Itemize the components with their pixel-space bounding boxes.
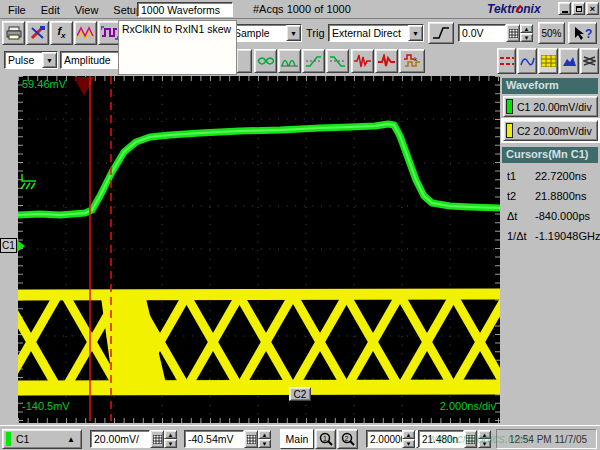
waveform-panel-header: Waveform bbox=[502, 78, 598, 94]
chevron-down-icon[interactable]: ▼ bbox=[42, 52, 57, 68]
meas-category-value: Pulse bbox=[8, 54, 34, 66]
trig-level-field[interactable]: 0.0V bbox=[458, 24, 506, 42]
trig-label: Trig bbox=[306, 27, 325, 39]
keypad-icon bbox=[466, 435, 475, 444]
menu-view[interactable]: View bbox=[75, 2, 99, 18]
spin-down-icon[interactable]: ▼ bbox=[164, 439, 177, 448]
c1-marker-badge[interactable]: C1 bbox=[0, 238, 17, 253]
printer-icon bbox=[6, 26, 22, 40]
keypad-icon bbox=[247, 435, 256, 444]
eye-width-button[interactable] bbox=[254, 49, 277, 73]
rise-time-button[interactable] bbox=[302, 49, 325, 73]
chevron-down-icon[interactable]: ▼ bbox=[286, 25, 301, 41]
oscilloscope-window: File Edit View Setup Utilities Help 1000… bbox=[0, 0, 600, 450]
waveform-display-button[interactable] bbox=[74, 21, 97, 45]
keypad-button[interactable] bbox=[464, 430, 477, 448]
mask-test-button[interactable] bbox=[580, 48, 599, 74]
trig-position-button[interactable]: 50% bbox=[538, 22, 565, 44]
trigger-marker-icon[interactable] bbox=[74, 77, 95, 96]
minimize-button[interactable] bbox=[558, 2, 571, 15]
help-pointer-icon: ? bbox=[573, 26, 593, 41]
rising-edge-icon bbox=[432, 26, 450, 40]
channel-c1-button[interactable]: C1 20.00mV/div bbox=[503, 96, 598, 117]
histogram-icon bbox=[562, 55, 577, 67]
trig-slope-button[interactable] bbox=[428, 22, 454, 44]
spin-down-icon[interactable]: ▼ bbox=[258, 439, 271, 448]
spin-up-icon[interactable]: ▲ bbox=[402, 430, 415, 439]
spin-up-icon[interactable]: ▲ bbox=[258, 430, 271, 439]
histogram-button[interactable] bbox=[559, 48, 579, 74]
keypad-button[interactable] bbox=[150, 430, 164, 448]
spin-up-icon[interactable]: ▲ bbox=[478, 430, 491, 439]
vertical-position-spinner[interactable]: ▲ ▼ bbox=[258, 430, 271, 448]
channel-c2-button[interactable]: C2 20.00mV/div bbox=[503, 120, 598, 141]
waveform-count-box: 1000 Waveforms bbox=[137, 2, 233, 17]
svg-text:?: ? bbox=[585, 27, 592, 41]
math-button[interactable]: fx bbox=[50, 21, 73, 45]
close-button[interactable]: × bbox=[586, 2, 599, 15]
cursor-freq-label: 1/Δt bbox=[507, 230, 527, 242]
cursor-t2-value: 21.8800ns bbox=[535, 190, 586, 202]
spin-up-icon[interactable]: ▲ bbox=[520, 24, 533, 33]
spin-up-icon[interactable]: ▲ bbox=[164, 430, 177, 439]
channel-color-stripe bbox=[6, 432, 11, 446]
context-help-button[interactable]: ? bbox=[568, 22, 597, 44]
graticule-icon bbox=[541, 55, 556, 67]
chevron-down-icon[interactable]: ▼ bbox=[408, 25, 423, 41]
vertical-scale-spinner[interactable]: ▲ ▼ bbox=[164, 430, 177, 448]
c1-color-swatch bbox=[506, 99, 513, 114]
channel-select-value: C1 bbox=[16, 433, 29, 445]
glitch-button[interactable] bbox=[375, 49, 398, 73]
keypad-icon bbox=[509, 29, 518, 38]
spin-down-icon[interactable]: ▼ bbox=[402, 439, 415, 448]
keypad-button[interactable] bbox=[244, 430, 258, 448]
display-area: 59.46mV -140.5mV 2.000ns/div C2 C1 Wavef… bbox=[0, 76, 600, 425]
main-timebase-button[interactable]: Main bbox=[280, 429, 314, 449]
spin-down-icon[interactable]: ▼ bbox=[520, 33, 533, 42]
cursors-button[interactable] bbox=[497, 48, 516, 74]
graticule-style-button[interactable] bbox=[538, 48, 558, 74]
zoom2-button[interactable]: 2 bbox=[337, 429, 358, 449]
timebase-spinner[interactable]: ▲ ▼ bbox=[402, 430, 415, 448]
graticule[interactable]: 59.46mV -140.5mV 2.000ns/div C2 bbox=[18, 76, 500, 423]
glitch-icon bbox=[378, 54, 395, 68]
restore-button[interactable] bbox=[572, 2, 585, 15]
amplitude-meas-button[interactable] bbox=[278, 49, 301, 73]
jitter-icon: k bbox=[403, 54, 422, 69]
right-panel: Waveform C1 20.00mV/div C2 20.00mV/div C… bbox=[502, 76, 600, 425]
spin-down-icon[interactable]: ▼ bbox=[478, 439, 491, 448]
c2-marker-badge[interactable]: C2 bbox=[289, 387, 311, 401]
vertical-scale-field[interactable]: 20.00mV/ bbox=[90, 430, 150, 448]
menu-file[interactable]: File bbox=[8, 2, 26, 18]
rise-slope-icon bbox=[305, 54, 322, 68]
channel-select-button[interactable]: C1 ▲ bbox=[2, 429, 82, 449]
vertical-position-field[interactable]: -40.54mV bbox=[184, 430, 244, 448]
cursor-t1-label: t1 bbox=[507, 170, 516, 182]
partial-button[interactable] bbox=[236, 49, 252, 73]
cursor-dt-value: -840.000ps bbox=[535, 210, 590, 222]
zoom1-button[interactable]: 1 bbox=[315, 429, 336, 449]
c1-marker-arrow-icon bbox=[17, 240, 25, 252]
timebase-scale-label: 2.000ns/div bbox=[440, 400, 497, 412]
print-button[interactable] bbox=[2, 21, 25, 45]
horizontal-delay-spinner[interactable]: ▲ ▼ bbox=[478, 430, 491, 448]
ch1-top-scale-label: 59.46mV bbox=[22, 78, 67, 90]
menu-edit[interactable]: Edit bbox=[41, 2, 60, 18]
fall-time-button[interactable] bbox=[326, 49, 349, 73]
ch1-bottom-scale-label: -140.5mV bbox=[22, 400, 70, 412]
minimize-icon bbox=[562, 11, 568, 13]
toolbox-button[interactable] bbox=[26, 21, 49, 45]
waveform-style-button[interactable] bbox=[517, 48, 537, 74]
cursors-panel-header: Cursors(Mn C1) bbox=[502, 147, 598, 163]
keypad-button[interactable] bbox=[506, 24, 520, 42]
svg-text:2: 2 bbox=[344, 435, 348, 442]
trig-source-select[interactable]: External Direct ▼ bbox=[328, 24, 424, 42]
trig-level-spinner[interactable]: ▲ ▼ bbox=[520, 24, 533, 42]
meas-category-select[interactable]: Pulse ▼ bbox=[4, 51, 58, 69]
acq-mode-select[interactable]: Sample ▼ bbox=[228, 24, 302, 42]
horizontal-delay-field[interactable]: 21.480n bbox=[418, 430, 464, 448]
burst-width-button[interactable] bbox=[351, 49, 374, 73]
acqs-count: #Acqs 1000 of 1000 bbox=[253, 3, 351, 15]
jitter-button[interactable]: k bbox=[399, 49, 425, 73]
bottom-bar: C1 ▲ 20.00mV/ ▲ ▼ -40.54mV ▲ ▼ Main 1 2 … bbox=[0, 425, 600, 450]
